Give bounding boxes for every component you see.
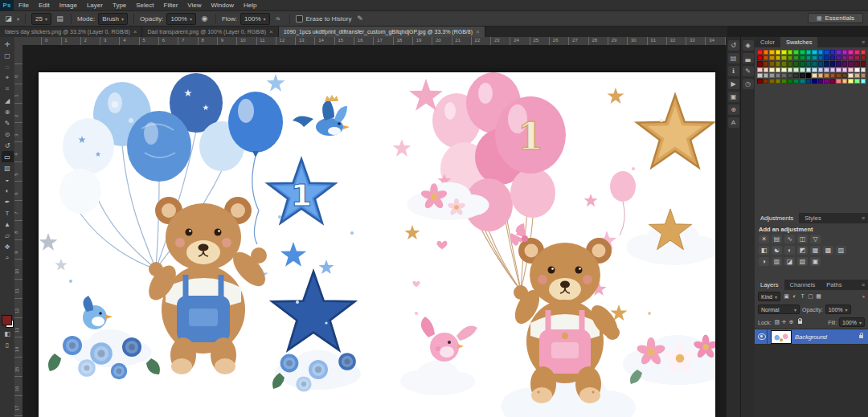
- swatch[interactable]: [812, 67, 817, 72]
- swatch[interactable]: [854, 50, 860, 55]
- toggle-brush-panel-icon[interactable]: ▤: [55, 14, 65, 23]
- chevron-down-icon[interactable]: ▾: [17, 16, 19, 22]
- swatch[interactable]: [842, 55, 848, 60]
- erase-to-history-checkbox[interactable]: [296, 15, 303, 22]
- eraser-tool[interactable]: ▭: [2, 151, 14, 162]
- move-tool[interactable]: ✛: [2, 39, 14, 50]
- quick-selection-tool[interactable]: ⌖: [2, 72, 14, 84]
- swatch[interactable]: [764, 55, 769, 60]
- swatch[interactable]: [793, 61, 799, 66]
- swatch[interactable]: [836, 79, 841, 84]
- swatch[interactable]: [848, 61, 854, 66]
- swatch[interactable]: [812, 73, 817, 78]
- history-brush-tool[interactable]: ↺: [2, 140, 14, 151]
- swatch[interactable]: [800, 73, 805, 78]
- pressure-size-icon[interactable]: ✎: [354, 14, 365, 23]
- swatch[interactable]: [854, 55, 860, 60]
- swatch[interactable]: [788, 67, 793, 72]
- swatch[interactable]: [769, 67, 775, 72]
- swatch[interactable]: [812, 50, 817, 55]
- notes-panel-icon[interactable]: ✎: [743, 66, 754, 76]
- swatch[interactable]: [824, 50, 829, 55]
- quick-mask-mode-button[interactable]: ◧: [2, 328, 14, 339]
- swatch[interactable]: [793, 50, 799, 55]
- airbrush-icon[interactable]: ≈: [273, 14, 284, 23]
- swatch[interactable]: [757, 67, 763, 72]
- workspace-switcher-button[interactable]: ▦ Essentials: [808, 13, 863, 23]
- layer-opacity-dropdown[interactable]: 100% ▾: [825, 305, 851, 314]
- swatch[interactable]: [861, 61, 866, 66]
- menu-image[interactable]: Image: [55, 2, 82, 9]
- panel-menu-icon[interactable]: ≡: [858, 280, 868, 290]
- swatch[interactable]: [769, 50, 775, 55]
- swatch[interactable]: [848, 79, 854, 84]
- pen-tool[interactable]: ✒: [2, 196, 14, 207]
- swatch[interactable]: [806, 55, 812, 60]
- eyedropper-tool[interactable]: ◢: [2, 95, 14, 106]
- hand-tool[interactable]: ✥: [2, 241, 14, 252]
- swatch[interactable]: [818, 79, 824, 84]
- menu-type[interactable]: Type: [108, 2, 131, 9]
- menu-edit[interactable]: Edit: [34, 2, 55, 9]
- mode-dropdown[interactable]: Brush ▾: [98, 13, 128, 25]
- channel-mixer-icon[interactable]: ▦: [810, 246, 821, 255]
- swatch[interactable]: [776, 55, 781, 60]
- swatch[interactable]: [788, 79, 793, 84]
- character-panel-icon[interactable]: A: [728, 117, 739, 128]
- opacity-dropdown[interactable]: 100% ▾: [166, 13, 195, 25]
- blur-tool[interactable]: ◒: [2, 174, 14, 185]
- layer-visibility-toggle[interactable]: [757, 329, 768, 344]
- menu-filter[interactable]: Filter: [159, 2, 183, 9]
- swatch[interactable]: [830, 50, 836, 55]
- swatch[interactable]: [800, 61, 805, 66]
- swatch[interactable]: [806, 67, 812, 72]
- close-icon[interactable]: ×: [269, 28, 273, 35]
- black-white-icon[interactable]: ◐: [784, 246, 795, 255]
- lasso-tool[interactable]: ◌: [2, 61, 14, 72]
- levels-icon[interactable]: ▤: [772, 235, 782, 243]
- exposure-icon[interactable]: ◫: [797, 235, 808, 243]
- swatch[interactable]: [861, 79, 866, 84]
- lock-transparency-icon[interactable]: ▨: [774, 319, 780, 325]
- swatch[interactable]: [776, 67, 781, 72]
- swatch[interactable]: [830, 67, 836, 72]
- swatch[interactable]: [769, 55, 775, 60]
- type-tool[interactable]: T: [2, 207, 14, 219]
- swatch[interactable]: [788, 73, 793, 78]
- fill-dropdown[interactable]: 100% ▾: [839, 317, 865, 327]
- swatch[interactable]: [836, 61, 841, 66]
- menu-help[interactable]: Help: [239, 2, 261, 9]
- layer-filter-toggle-icon[interactable]: ●: [862, 294, 865, 299]
- swatch[interactable]: [793, 67, 799, 72]
- gradient-fill-icon[interactable]: ▨: [836, 246, 846, 255]
- info-panel-icon[interactable]: ℹ: [728, 66, 739, 76]
- swatch[interactable]: [861, 73, 866, 78]
- swatch[interactable]: [830, 55, 836, 60]
- swatch[interactable]: [854, 73, 860, 78]
- clone-source-panel-icon[interactable]: ⊕: [728, 104, 739, 115]
- swatch[interactable]: [757, 73, 763, 78]
- swatch[interactable]: [776, 50, 781, 55]
- filter-smart-objects-icon[interactable]: ▦: [815, 293, 822, 300]
- swatch[interactable]: [764, 67, 769, 72]
- eraser-tool-preset-icon[interactable]: ◪: [3, 14, 14, 23]
- timeline-panel-icon[interactable]: ◷: [743, 79, 754, 89]
- swatch[interactable]: [818, 50, 824, 55]
- panel-menu-icon[interactable]: ≡: [858, 37, 868, 47]
- swatch[interactable]: [806, 73, 812, 78]
- swatch[interactable]: [854, 79, 860, 84]
- swatch[interactable]: [854, 67, 860, 72]
- tab-layers[interactable]: Layers: [755, 280, 784, 290]
- swatch[interactable]: [812, 61, 817, 66]
- photoshop-logo[interactable]: Ps: [0, 0, 14, 10]
- swatch[interactable]: [793, 55, 799, 60]
- menu-select[interactable]: Select: [131, 2, 158, 9]
- posterize-icon[interactable]: ▥: [772, 257, 782, 266]
- swatch[interactable]: [788, 55, 793, 60]
- filter-shape-layers-icon[interactable]: ▢: [807, 293, 814, 300]
- swatch[interactable]: [812, 55, 817, 60]
- tab-adjustments[interactable]: Adjustments: [755, 213, 799, 223]
- layer-filter-kind-dropdown[interactable]: Kind ▾: [758, 292, 780, 301]
- swatch[interactable]: [793, 79, 799, 84]
- swatch[interactable]: [848, 73, 854, 78]
